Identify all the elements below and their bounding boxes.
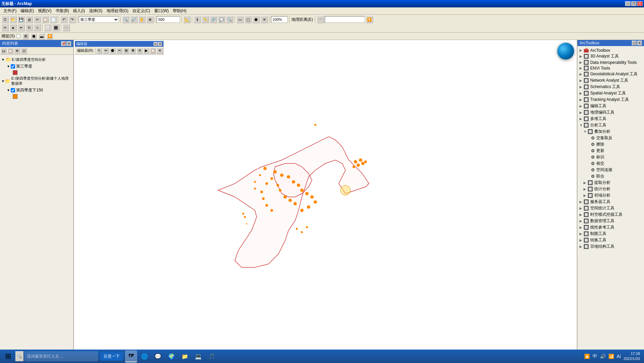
atb-item-identity[interactable]: ⚙ 标识 — [579, 154, 643, 160]
layer-checkbox-season4[interactable] — [11, 88, 15, 92]
atb-item-multidim[interactable]: ▶ 🔲 多维工具 — [579, 116, 643, 122]
atb-item-geocoding[interactable]: ▶ 🔲 地理编码工具 — [579, 109, 643, 116]
atb-item-convert[interactable]: ▶ 🔲 转换工具 — [579, 237, 643, 243]
atb-item-union[interactable]: ⚙ 联合 — [579, 173, 643, 179]
atb-item-spatial-join[interactable]: ⚙ 空间连接 — [579, 167, 643, 173]
tray-clock[interactable]: 17:28 2022/1/20 — [623, 351, 640, 362]
paste-button[interactable]: 📄 — [50, 16, 57, 23]
identify-button[interactable]: ℹ — [194, 16, 201, 23]
search-btn[interactable]: 🔽 — [366, 16, 373, 23]
snap-vertex-btn[interactable]: ◼ — [31, 33, 37, 39]
pan-button[interactable]: ✋ — [138, 16, 146, 23]
more-tools[interactable]: ⋯ — [317, 16, 324, 23]
editor-header[interactable]: 编辑器 ▷ ✕ — [75, 41, 163, 47]
taskbar-app-arcmap[interactable]: 🗺 — [125, 350, 137, 362]
editor-close-button[interactable]: ✕ — [158, 42, 162, 46]
atb-item-proximity[interactable]: ▶ 🔲 邻域分析 — [579, 192, 643, 199]
editor-move[interactable]: ✥ — [130, 48, 136, 54]
restore-button[interactable]: ❐ — [631, 1, 637, 6]
atb-float-button[interactable]: ▢ — [632, 41, 637, 45]
zoom-out-button[interactable]: 🔎 — [130, 16, 137, 23]
draw-tools[interactable]: ✏ — [1, 24, 9, 31]
atb-item-erase[interactable]: ⚙ 擦除 — [579, 141, 643, 148]
toc-list-by-selection[interactable]: ☑ — [21, 48, 27, 54]
map-svg[interactable] — [74, 40, 577, 354]
atb-item-envi[interactable]: ▶ 🔲 ENVI Tools — [579, 65, 643, 71]
taskbar-app-music[interactable]: 🎵 — [206, 350, 218, 362]
atb-item-stats[interactable]: ▶ 🔲 统计分析 — [579, 186, 643, 192]
tray-wifi-icon[interactable]: 📶 — [608, 354, 614, 359]
select-by-lasso[interactable]: ⬟ — [252, 16, 260, 23]
toc-list-by-drawing[interactable]: 🗂 — [1, 48, 7, 54]
toc-group-2[interactable]: ▼ 📁 E:\第四季度空间分析\新建个人地理数据库 — [1, 75, 72, 87]
atb-item-schematics[interactable]: ▶ 🔲 Schematics 工具 — [579, 84, 643, 90]
atb-close-button[interactable]: ✕ — [637, 41, 642, 45]
editor-reshape[interactable]: ⬟ — [110, 48, 116, 54]
taskbar-search-input[interactable] — [27, 354, 95, 359]
editor-templates[interactable]: 📋 — [150, 48, 156, 54]
taskbar-app-chrome[interactable]: 🌍 — [165, 350, 177, 362]
more-edit[interactable]: ⋯ — [63, 24, 70, 31]
vertex-tools[interactable]: ◈ — [9, 24, 17, 31]
menu-help[interactable]: 帮助(H) — [171, 7, 189, 14]
menu-view[interactable]: 视图(V) — [36, 7, 53, 14]
taskbar-search-btn[interactable]: 🔍 — [15, 351, 24, 361]
rotate-tool[interactable]: ↻ — [26, 24, 33, 31]
atb-item-intersect[interactable]: ⚙ 相交 — [579, 160, 643, 167]
snap-edge-btn[interactable]: ▬ — [39, 33, 45, 39]
scale-input[interactable] — [157, 16, 180, 23]
atb-item-cartography[interactable]: ▶ 🔲 制图工具 — [579, 231, 643, 237]
atb-item-interop[interactable]: ▶ 🔲 Data Interoperability Tools — [579, 59, 643, 65]
start-button[interactable]: ⊞ — [1, 350, 15, 362]
menu-window[interactable]: 窗口(W) — [152, 7, 171, 14]
hyperlink-button[interactable]: 🔗 — [210, 16, 217, 23]
taskbar-search-bar[interactable] — [24, 351, 98, 361]
snap-settings[interactable]: 🔽 — [47, 33, 53, 39]
menu-customize[interactable]: 自定义(C) — [130, 7, 152, 14]
snap-radio-off[interactable] — [16, 34, 21, 38]
align-tools[interactable]: ⬜ — [44, 24, 51, 31]
layer-checkbox-season3[interactable] — [11, 64, 15, 69]
copy-button[interactable]: 📋 — [42, 16, 49, 23]
menu-insert[interactable]: 插入(I) — [71, 7, 87, 14]
atb-item-update[interactable]: ⚙ 更新 — [579, 148, 643, 154]
cut-button[interactable]: ✂ — [34, 16, 41, 23]
atb-item-extract[interactable]: ▶ 🔲 提取分析 — [579, 179, 643, 186]
atb-item-spatial[interactable]: ▶ 🔲 Spatial Analyst 工具 — [579, 90, 643, 96]
menu-select[interactable]: 选择(S) — [87, 7, 105, 14]
toc-list-by-visibility[interactable]: 👁 — [14, 48, 20, 54]
taskbar-app-wechat[interactable]: 💬 — [152, 350, 164, 362]
editor-sketch[interactable]: ✏ — [103, 48, 109, 54]
atb-item-spatiotemporal[interactable]: ▶ 🔲 时空模式挖掘工具 — [579, 211, 643, 218]
atb-item-datamgmt[interactable]: ▶ 🔲 数据管理工具 — [579, 218, 643, 224]
tray-lang-icon[interactable]: 中 — [593, 353, 597, 359]
find-button[interactable]: 🔍 — [226, 16, 233, 23]
tray-input-icon[interactable]: Ai — [617, 354, 621, 359]
atb-item-3d[interactable]: ▶ 🔲 3D Analyst 工具 — [579, 53, 643, 59]
atb-item-linear[interactable]: ▶ 🔲 线性参考工具 — [579, 224, 643, 231]
editor-pointer[interactable]: ↖ — [96, 48, 102, 54]
redo-button[interactable]: ↷ — [68, 16, 76, 23]
menu-bookmark[interactable]: 书签(B) — [53, 7, 71, 14]
atb-item-editor[interactable]: ▶ 🔲 编辑工具 — [579, 103, 643, 109]
atb-item-intersect-complement[interactable]: ⚙ 交集取反 — [579, 135, 643, 141]
menu-edit[interactable]: 编辑(E) — [18, 7, 36, 14]
editor-split[interactable]: ✂ — [116, 48, 122, 54]
html-popup-button[interactable]: 💬 — [218, 16, 225, 23]
toc-group-1[interactable]: ▼ 📁 E:\第四季度空间分析 — [1, 56, 72, 63]
zoom-tools[interactable]: 📐 — [183, 16, 191, 23]
minimize-button[interactable]: — — [625, 1, 631, 6]
taskbar-app-browser[interactable]: 🌐 — [138, 350, 151, 362]
toc-list-by-source[interactable]: 📋 — [7, 48, 13, 54]
editor-close-small[interactable]: ✕ — [157, 48, 163, 54]
toc-pin-button[interactable]: 📌 — [61, 41, 66, 46]
season-select[interactable]: 第三季度 — [79, 16, 119, 23]
atb-item-arctoolbox[interactable]: ▶ 🧰 ArcToolbox — [579, 47, 643, 53]
editor-float-button[interactable]: ▷ — [154, 42, 158, 46]
editor-menu[interactable]: 编辑器(R) — [76, 47, 94, 54]
tray-network-icon[interactable]: 🔼 — [584, 354, 590, 359]
measure-button[interactable]: 📏 — [202, 16, 209, 23]
close-button[interactable]: ✕ — [637, 1, 643, 6]
taskbar-app-computer[interactable]: 💻 — [192, 350, 204, 362]
atb-item-server[interactable]: ▶ 🔲 服务器工具 — [579, 199, 643, 205]
